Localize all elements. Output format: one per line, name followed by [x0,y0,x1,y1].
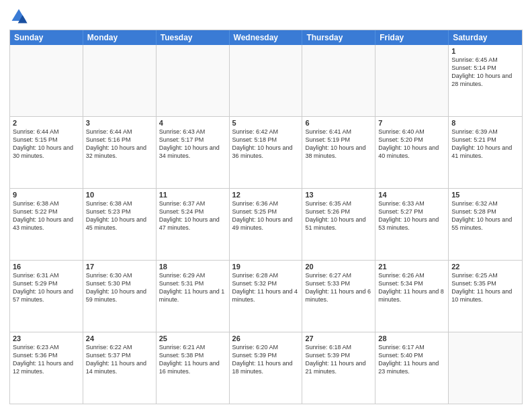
day-info: Sunrise: 6:42 AM Sunset: 5:18 PM Dayligh… [232,128,300,161]
day-info: Sunrise: 6:29 AM Sunset: 5:31 PM Dayligh… [159,271,226,304]
day-info: Sunrise: 6:41 AM Sunset: 5:19 PM Dayligh… [305,128,372,161]
day-info: Sunrise: 6:20 AM Sunset: 5:39 PM Dayligh… [232,343,300,376]
day-cell: 21Sunrise: 6:26 AM Sunset: 5:34 PM Dayli… [375,261,449,332]
day-cell: 3Sunrise: 6:44 AM Sunset: 5:16 PM Daylig… [83,117,157,188]
week-row: 16Sunrise: 6:31 AM Sunset: 5:29 PM Dayli… [10,260,522,332]
day-cell [230,45,303,116]
header [9,7,523,26]
day-cell: 12Sunrise: 6:36 AM Sunset: 5:25 PM Dayli… [230,189,303,260]
day-header: Wednesday [230,30,303,45]
day-cell [83,45,157,116]
day-number: 23 [13,334,80,342]
day-cell: 14Sunrise: 6:33 AM Sunset: 5:27 PM Dayli… [375,189,449,260]
day-number: 4 [159,119,226,127]
day-cell: 6Sunrise: 6:41 AM Sunset: 5:19 PM Daylig… [302,117,375,188]
day-cell: 1Sunrise: 6:45 AM Sunset: 5:14 PM Daylig… [449,45,522,116]
day-info: Sunrise: 6:30 AM Sunset: 5:30 PM Dayligh… [86,271,153,304]
day-number: 18 [159,263,226,271]
day-cell: 18Sunrise: 6:29 AM Sunset: 5:31 PM Dayli… [157,261,230,332]
day-info: Sunrise: 6:40 AM Sunset: 5:20 PM Dayligh… [378,128,445,161]
day-number: 7 [378,119,445,127]
logo [9,7,30,26]
day-cell: 27Sunrise: 6:18 AM Sunset: 5:39 PM Dayli… [302,332,375,404]
day-info: Sunrise: 6:43 AM Sunset: 5:17 PM Dayligh… [159,128,226,161]
day-cell: 22Sunrise: 6:25 AM Sunset: 5:35 PM Dayli… [449,261,522,332]
calendar: SundayMondayTuesdayWednesdayThursdayFrid… [9,30,523,404]
day-cell: 8Sunrise: 6:39 AM Sunset: 5:21 PM Daylig… [449,117,522,188]
day-info: Sunrise: 6:22 AM Sunset: 5:37 PM Dayligh… [86,343,153,376]
day-cell: 11Sunrise: 6:37 AM Sunset: 5:24 PM Dayli… [157,189,230,260]
day-header: Friday [375,30,449,45]
day-cell [10,45,83,116]
day-cell: 19Sunrise: 6:28 AM Sunset: 5:32 PM Dayli… [230,261,303,332]
day-cell: 7Sunrise: 6:40 AM Sunset: 5:20 PM Daylig… [375,117,449,188]
week-row: 1Sunrise: 6:45 AM Sunset: 5:14 PM Daylig… [10,45,522,116]
day-cell: 25Sunrise: 6:21 AM Sunset: 5:38 PM Dayli… [157,332,230,404]
day-number: 25 [159,334,226,342]
day-cell: 9Sunrise: 6:38 AM Sunset: 5:22 PM Daylig… [10,189,83,260]
day-header: Sunday [10,30,83,45]
day-info: Sunrise: 6:39 AM Sunset: 5:21 PM Dayligh… [451,128,519,161]
day-info: Sunrise: 6:38 AM Sunset: 5:23 PM Dayligh… [86,199,153,232]
day-number: 27 [305,334,372,342]
day-cell: 10Sunrise: 6:38 AM Sunset: 5:23 PM Dayli… [83,189,157,260]
day-number: 9 [13,191,80,199]
day-info: Sunrise: 6:23 AM Sunset: 5:36 PM Dayligh… [13,343,80,376]
page: SundayMondayTuesdayWednesdayThursdayFrid… [0,0,532,411]
day-cell: 2Sunrise: 6:44 AM Sunset: 5:15 PM Daylig… [10,117,83,188]
day-info: Sunrise: 6:38 AM Sunset: 5:22 PM Dayligh… [13,199,80,232]
day-number: 10 [86,191,153,199]
day-info: Sunrise: 6:18 AM Sunset: 5:39 PM Dayligh… [305,343,372,376]
day-number: 17 [86,263,153,271]
day-number: 13 [305,191,372,199]
day-cell: 15Sunrise: 6:32 AM Sunset: 5:28 PM Dayli… [449,189,522,260]
day-cell [302,45,375,116]
day-number: 6 [305,119,372,127]
day-header: Tuesday [157,30,230,45]
day-header: Thursday [302,30,375,45]
day-cell: 16Sunrise: 6:31 AM Sunset: 5:29 PM Dayli… [10,261,83,332]
day-number: 8 [451,119,519,127]
day-info: Sunrise: 6:35 AM Sunset: 5:26 PM Dayligh… [305,199,372,232]
day-number: 28 [378,334,445,342]
day-number: 12 [232,191,300,199]
day-cell [375,45,449,116]
day-number: 2 [13,119,80,127]
day-cell: 4Sunrise: 6:43 AM Sunset: 5:17 PM Daylig… [157,117,230,188]
day-number: 1 [451,47,519,55]
day-number: 26 [232,334,300,342]
day-info: Sunrise: 6:17 AM Sunset: 5:40 PM Dayligh… [378,343,445,376]
day-number: 21 [378,263,445,271]
logo-icon [9,7,28,26]
day-cell [157,45,230,116]
day-number: 11 [159,191,226,199]
day-info: Sunrise: 6:33 AM Sunset: 5:27 PM Dayligh… [378,199,445,232]
week-row: 2Sunrise: 6:44 AM Sunset: 5:15 PM Daylig… [10,116,522,188]
day-info: Sunrise: 6:44 AM Sunset: 5:15 PM Dayligh… [13,128,80,161]
day-number: 22 [451,263,519,271]
day-number: 19 [232,263,300,271]
day-info: Sunrise: 6:28 AM Sunset: 5:32 PM Dayligh… [232,271,300,304]
day-header: Monday [83,30,157,45]
day-info: Sunrise: 6:36 AM Sunset: 5:25 PM Dayligh… [232,199,300,232]
day-info: Sunrise: 6:27 AM Sunset: 5:33 PM Dayligh… [305,271,372,304]
day-number: 16 [13,263,80,271]
day-info: Sunrise: 6:37 AM Sunset: 5:24 PM Dayligh… [159,199,226,232]
day-cell: 20Sunrise: 6:27 AM Sunset: 5:33 PM Dayli… [302,261,375,332]
day-number: 3 [86,119,153,127]
day-number: 20 [305,263,372,271]
day-cell [449,332,522,404]
week-row: 23Sunrise: 6:23 AM Sunset: 5:36 PM Dayli… [10,332,522,404]
day-cell: 5Sunrise: 6:42 AM Sunset: 5:18 PM Daylig… [230,117,303,188]
day-info: Sunrise: 6:45 AM Sunset: 5:14 PM Dayligh… [451,56,519,89]
day-cell: 23Sunrise: 6:23 AM Sunset: 5:36 PM Dayli… [10,332,83,404]
day-cell: 17Sunrise: 6:30 AM Sunset: 5:30 PM Dayli… [83,261,157,332]
day-info: Sunrise: 6:26 AM Sunset: 5:34 PM Dayligh… [378,271,445,304]
day-info: Sunrise: 6:44 AM Sunset: 5:16 PM Dayligh… [86,128,153,161]
week-row: 9Sunrise: 6:38 AM Sunset: 5:22 PM Daylig… [10,188,522,260]
day-cell: 28Sunrise: 6:17 AM Sunset: 5:40 PM Dayli… [375,332,449,404]
weeks: 1Sunrise: 6:45 AM Sunset: 5:14 PM Daylig… [10,45,522,404]
day-info: Sunrise: 6:31 AM Sunset: 5:29 PM Dayligh… [13,271,80,304]
day-number: 5 [232,119,300,127]
day-cell: 13Sunrise: 6:35 AM Sunset: 5:26 PM Dayli… [302,189,375,260]
